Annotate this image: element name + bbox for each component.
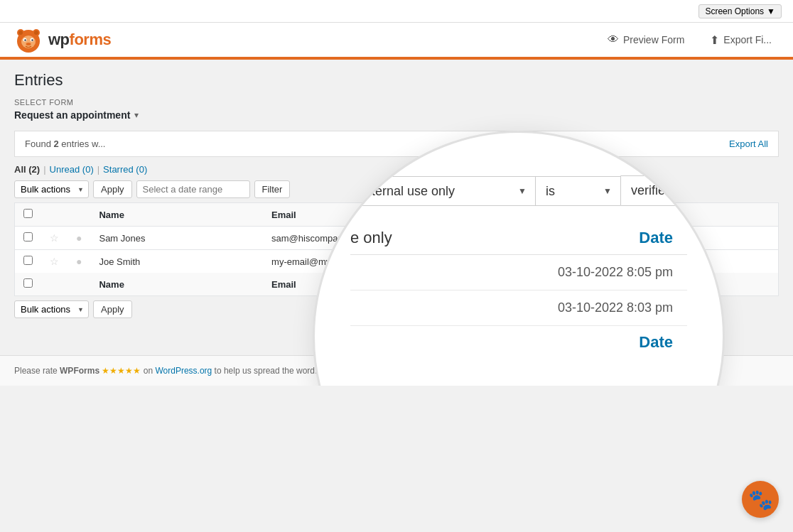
bulk-actions-wrap-top: Bulk actions [14,180,89,198]
export-all-link[interactable]: Export All [729,139,768,149]
header-actions: 👁 Preview Form ⬆ Export Fi... [600,29,779,51]
col-name-header: Name [90,203,263,227]
svg-point-5 [21,36,36,48]
magnify-table-footer: Date [350,326,687,352]
filter-button[interactable]: Filter [254,180,291,198]
bulk-actions-select-bottom[interactable]: Bulk actions [14,300,89,318]
row2-name: Joe Smith [90,250,263,273]
selected-form-name: Request an appointment [14,109,130,121]
select-all-footer-checkbox[interactable] [23,278,33,288]
select-form-label: SELECT FORM [14,98,779,107]
footer-brand: WPForms [60,366,99,376]
magnify-filter-row: Internal use only is [350,175,687,206]
footer-text-middle: on [144,366,156,376]
row1-read-icon[interactable]: ● [76,232,82,244]
svg-point-8 [24,39,26,40]
row2-read-cell: ● [68,250,90,273]
col-checkbox [15,203,42,227]
magnify-data-row-1: 03-10-2022 8:05 pm [350,255,687,291]
tab-separator-1: | [43,164,45,175]
screen-options-label: Screen Options [705,6,764,16]
col-footer-read [68,273,90,296]
magnify-col-field-header: e only [350,229,502,247]
row1-name: Sam Jones [90,227,263,250]
row2-star-cell: ☆ [41,250,68,273]
svg-point-3 [18,31,23,35]
admin-bar: Screen Options ▼ [0,0,793,23]
eye-icon: 👁 [608,33,619,46]
footer-text-before: Please rate [14,366,60,376]
col-footer-star [41,273,68,296]
logo-area: wpforms [14,26,111,54]
export-icon: ⬆ [710,33,719,47]
magnify-col-date-header: Date [502,229,687,247]
date-range-input[interactable] [136,180,250,198]
col-footer-name: Name [90,273,263,296]
magnify-data-row-2: 03-10-2022 8:03 pm [350,291,687,326]
magnify-row1-date: 03-10-2022 8:05 pm [502,265,687,280]
col-footer-checkbox [15,273,42,296]
magnify-field-select-wrap: Internal use only [350,176,535,206]
tab-all[interactable]: All (2) [14,164,40,175]
export-form-button[interactable]: ⬆ Export Fi... [703,29,779,51]
bulk-actions-wrap-bottom: Bulk actions [14,300,89,318]
preview-form-button[interactable]: 👁 Preview Form [600,29,691,50]
row1-checkbox-cell [15,227,42,250]
page-title: Entries [14,71,779,89]
select-all-checkbox[interactable] [23,209,33,218]
row1-star-cell: ☆ [41,227,68,250]
filter-found-text: Found 2 entries w... [25,139,723,149]
filter-bar: Found 2 entries w... Export All [14,131,779,157]
apply-button-top[interactable]: Apply [93,180,132,198]
logo-text: wpforms [48,31,111,49]
magnify-is-select-wrap: is [535,176,620,206]
form-selector-chevron-icon: ▾ [134,110,139,120]
row2-read-icon[interactable]: ● [76,256,82,267]
row1-read-cell: ● [68,227,90,250]
main-content: Entries SELECT FORM Request an appointme… [0,60,793,334]
tab-starred[interactable]: Starred (0) [103,164,147,175]
apply-button-bottom[interactable]: Apply [93,300,132,318]
row1-star-icon[interactable]: ☆ [50,232,59,244]
screen-options-button[interactable]: Screen Options ▼ [698,4,782,18]
magnify-row2-date: 03-10-2022 8:03 pm [502,300,687,315]
svg-point-4 [34,31,38,35]
col-star [41,203,68,227]
page-header: wpforms 👁 Preview Form ⬆ Export Fi... [0,23,793,60]
svg-point-9 [31,39,33,40]
magnify-is-select[interactable]: is [535,176,620,206]
export-form-label: Export Fi... [723,34,772,45]
row2-checkbox[interactable] [23,256,33,265]
chevron-down-icon: ▼ [767,6,775,16]
tab-unread[interactable]: Unread (0) [50,164,94,175]
col-read [68,203,90,227]
row2-star-icon[interactable]: ☆ [50,256,59,267]
row2-checkbox-cell [15,250,42,273]
magnify-field-select[interactable]: Internal use only [350,176,535,206]
bulk-actions-select-top[interactable]: Bulk actions [14,180,89,198]
wpforms-logo-icon [14,26,43,54]
row1-checkbox[interactable] [23,232,33,241]
magnify-footer-date: Date [502,333,687,352]
form-selector[interactable]: Request an appointment ▾ [14,109,779,121]
preview-form-label: Preview Form [623,34,684,45]
footer-stars: ★★★★★ [102,366,141,376]
magnify-table-header: e only Date [350,229,687,255]
svg-point-10 [26,43,31,45]
tab-separator-2: | [97,164,99,175]
footer-wordpress-link[interactable]: WordPress.org [155,366,212,376]
